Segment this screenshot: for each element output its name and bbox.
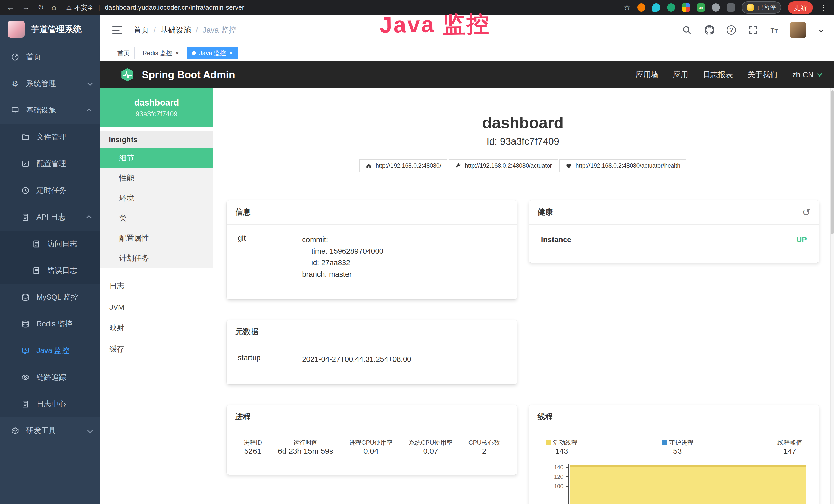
fullscreen-icon[interactable] bbox=[748, 25, 759, 36]
sba-item-logs[interactable]: 日志 bbox=[100, 275, 213, 297]
sba-item-caches[interactable]: 缓存 bbox=[100, 339, 213, 360]
sidebar-item-error-log[interactable]: 错误日志 bbox=[0, 257, 100, 284]
breadcrumb-item[interactable]: 首页 bbox=[134, 25, 149, 36]
sba-nav-wallboard[interactable]: 应用墙 bbox=[636, 70, 658, 80]
sba-item-config-props[interactable]: 配置属性 bbox=[100, 228, 213, 248]
history-icon[interactable]: ↺ bbox=[802, 207, 810, 217]
sidebar-item-java-monitor[interactable]: Java 监控 bbox=[0, 337, 100, 364]
extension-icon-1[interactable] bbox=[637, 3, 645, 12]
link-label: http://192.168.0.2:48080/actuator bbox=[465, 162, 552, 169]
tab-java-monitor[interactable]: Java 监控 × bbox=[187, 47, 238, 59]
tab-redis-monitor[interactable]: Redis 监控 × bbox=[138, 47, 184, 59]
scrollbar[interactable] bbox=[830, 88, 834, 504]
extension-icon-5[interactable]: on bbox=[697, 3, 705, 12]
sidebar-item-access-log[interactable]: 访问日志 bbox=[0, 231, 100, 257]
sidebar-item-label: MySQL 监控 bbox=[37, 292, 91, 302]
hamburger-icon[interactable] bbox=[112, 26, 122, 33]
process-card: 进程 进程ID 5261 运行时间 6d 23h 15m 59s bbox=[226, 405, 517, 475]
search-icon[interactable] bbox=[681, 25, 692, 36]
scrollbar-thumb[interactable] bbox=[831, 90, 834, 234]
instance-links: http://192.168.0.2:48080/ http://192.168… bbox=[226, 159, 819, 172]
sidebar-item-home[interactable]: 首页 bbox=[0, 44, 100, 70]
sba-brand[interactable]: Spring Boot Admin bbox=[120, 67, 235, 83]
update-button[interactable]: 更新 bbox=[788, 1, 813, 14]
table-row: git commit: time: 1596289704000 id: 27aa… bbox=[238, 234, 506, 288]
threads-area-chart: 140 120 100 bbox=[568, 464, 808, 504]
table-row[interactable]: Instance UP bbox=[540, 234, 808, 251]
github-icon[interactable] bbox=[704, 25, 715, 36]
app-logo[interactable]: 芋道管理系统 bbox=[0, 15, 100, 44]
extension-puzzle-icon[interactable] bbox=[727, 3, 735, 12]
metric-value: 5261 bbox=[244, 447, 262, 455]
reload-icon[interactable]: ↻ bbox=[38, 4, 44, 11]
sidebar-item-config[interactable]: 配置管理 bbox=[0, 151, 100, 177]
metric: 系统CPU使用率 0.07 bbox=[409, 438, 453, 456]
sidebar-item-label: 系统管理 bbox=[26, 78, 81, 89]
sba-menu-label: Insights bbox=[100, 132, 213, 148]
sba-nav-journal[interactable]: 日志报表 bbox=[703, 70, 733, 80]
sidebar-item-infra[interactable]: 基础设施 bbox=[0, 97, 100, 124]
sidebar-item-log-center[interactable]: 日志中心 bbox=[0, 391, 100, 417]
extension-icon-4[interactable] bbox=[682, 3, 690, 12]
sba-nav-applications[interactable]: 应用 bbox=[673, 70, 688, 80]
sidebar-item-api-log[interactable]: API 日志 bbox=[0, 204, 100, 231]
metric-label: 活动线程 bbox=[546, 438, 578, 447]
metric-value: 0.04 bbox=[364, 447, 378, 455]
extension-icon-6[interactable] bbox=[712, 3, 720, 12]
back-icon[interactable]: ← bbox=[7, 4, 14, 11]
locale-select[interactable]: zh-CN bbox=[792, 71, 821, 79]
sidebar-item-dev-tools[interactable]: 研发工具 bbox=[0, 417, 100, 444]
breadcrumb: 首页 / 基础设施 / Java 监控 bbox=[134, 25, 236, 36]
sidebar-item-label: API 日志 bbox=[37, 212, 81, 222]
sidebar-item-jobs[interactable]: 定时任务 bbox=[0, 177, 100, 204]
sba-insights-group: 细节 性能 环境 类 配置属性 计划任务 bbox=[100, 148, 213, 268]
link-service-url[interactable]: http://192.168.0.2:48080/ bbox=[359, 159, 447, 172]
sidebar-item-files[interactable]: 文件管理 bbox=[0, 124, 100, 151]
sba-item-mappings[interactable]: 映射 bbox=[100, 318, 213, 339]
avatar-caret-icon[interactable] bbox=[819, 28, 824, 32]
sba-content: dashboard Id: 93a3fc7f7409 http://192.16… bbox=[213, 88, 834, 504]
tab-label: Redis 监控 bbox=[142, 49, 172, 57]
tab-home[interactable]: 首页 bbox=[112, 47, 135, 59]
sidebar-item-system[interactable]: ⚙ 系统管理 bbox=[0, 70, 100, 97]
security-warning[interactable]: ⚠ 不安全 bbox=[66, 3, 93, 12]
sba-item-performance[interactable]: 性能 bbox=[100, 168, 213, 188]
sba-nav-about[interactable]: 关于我们 bbox=[748, 70, 777, 80]
sba-item-environment[interactable]: 环境 bbox=[100, 188, 213, 208]
breadcrumb-separator: / bbox=[154, 26, 156, 35]
font-size-icon[interactable]: тT bbox=[770, 25, 778, 35]
git-id-line: id: 27aa832 bbox=[302, 257, 506, 269]
sba-item-jvm[interactable]: JVM bbox=[100, 297, 213, 318]
sidebar-item-redis[interactable]: Redis 监控 bbox=[0, 311, 100, 337]
link-health-url[interactable]: http://192.168.0.2:48080/actuator/health bbox=[559, 159, 686, 172]
sba-sidebar: dashboard 93a3fc7f7409 Insights 细节 性能 环境… bbox=[100, 88, 213, 504]
card-title-text: 元数据 bbox=[235, 327, 258, 337]
sync-paused-badge[interactable]: 已暂停 bbox=[742, 1, 781, 14]
health-card: 健康 ↺ Instance UP bbox=[529, 200, 819, 263]
url-text[interactable]: dashboard.yudao.iocoder.cn/infra/admin-s… bbox=[105, 4, 244, 12]
sba-item-details[interactable]: 细节 bbox=[100, 148, 213, 168]
sba-item-scheduled-tasks[interactable]: 计划任务 bbox=[100, 248, 213, 268]
legend-swatch-daemon bbox=[662, 440, 667, 445]
forward-icon[interactable]: → bbox=[22, 4, 30, 11]
toolbox-icon bbox=[11, 427, 20, 435]
bookmark-star-icon[interactable]: ☆ bbox=[623, 4, 631, 11]
close-icon[interactable]: × bbox=[229, 50, 233, 56]
extension-icon-2[interactable] bbox=[652, 3, 660, 12]
process-metrics: 进程ID 5261 运行时间 6d 23h 15m 59s 进程CPU使用率 0… bbox=[238, 438, 506, 463]
extension-icon-3[interactable] bbox=[667, 3, 675, 12]
link-actuator-url[interactable]: http://192.168.0.2:48080/actuator bbox=[449, 159, 558, 172]
metric-label: 运行时间 bbox=[278, 438, 333, 447]
sba-item-classes[interactable]: 类 bbox=[100, 208, 213, 228]
help-icon[interactable]: ? bbox=[727, 25, 736, 35]
sidebar-item-tracing[interactable]: 链路追踪 bbox=[0, 364, 100, 391]
omnibox[interactable]: ⚠ 不安全 | dashboard.yudao.iocoder.cn/infra… bbox=[66, 3, 616, 12]
instance-header[interactable]: dashboard 93a3fc7f7409 bbox=[100, 88, 213, 127]
close-icon[interactable]: × bbox=[175, 50, 179, 56]
browser-home-icon[interactable]: ⌂ bbox=[52, 4, 56, 11]
browser-menu-icon[interactable]: ⋮ bbox=[820, 3, 827, 12]
sidebar-item-mysql[interactable]: MySQL 监控 bbox=[0, 284, 100, 311]
avatar[interactable] bbox=[790, 22, 806, 38]
breadcrumb-item[interactable]: 基础设施 bbox=[160, 25, 191, 36]
table-row: startup 2021-04-27T00:44:31.254+08:00 bbox=[238, 353, 506, 373]
